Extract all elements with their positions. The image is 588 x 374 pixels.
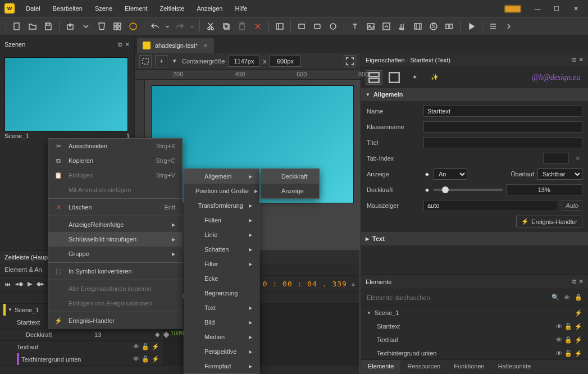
display-select[interactable]: An [434, 168, 467, 180]
bolt-icon[interactable]: ⚡ [575, 309, 582, 317]
panel-dup-icon[interactable]: ⧉ [118, 41, 122, 48]
context-menu-item[interactable]: AnzeigeReihenfolge▶ [48, 217, 182, 232]
context-menu-item[interactable]: Linie▶ [184, 227, 259, 242]
document-tab[interactable]: ahadesign-test* × [137, 38, 214, 53]
context-menu-item[interactable]: Deckkraft [261, 169, 319, 184]
tabindex-input[interactable] [543, 153, 569, 164]
menu-datei[interactable]: Datei [20, 3, 46, 14]
name-input[interactable] [423, 106, 582, 117]
context-menu-item[interactable]: Perspektive▶ [184, 344, 259, 359]
eye-icon[interactable]: 👁 [133, 343, 139, 350]
delete-icon[interactable] [250, 19, 265, 34]
prev-key-icon[interactable]: ◂◆ [15, 280, 23, 288]
arrow-down-icon[interactable] [79, 19, 93, 34]
element-row[interactable]: ▼Scene_1⚡ [361, 306, 588, 320]
lock-icon[interactable]: 🔒 [575, 294, 582, 301]
context-menu-item[interactable]: ⚡Ereignis-Handler [48, 313, 182, 328]
document-tab-close-icon[interactable]: × [202, 42, 208, 49]
context-menu-item[interactable]: Medien▶ [184, 330, 259, 344]
title-input[interactable] [423, 137, 582, 148]
elements-search-input[interactable] [367, 294, 547, 301]
window-minimize[interactable]: — [530, 3, 545, 14]
panel-dup-icon[interactable]: ⧉ [572, 278, 576, 285]
add-dropdown-icon[interactable]: ▾ [171, 55, 179, 67]
chevron-right-icon[interactable]: ▶ [366, 236, 369, 241]
clear-icon[interactable]: ✕ [572, 155, 582, 162]
cut-icon[interactable] [203, 19, 218, 34]
grid-icon[interactable] [110, 19, 125, 34]
shape-icon[interactable] [442, 19, 457, 34]
context-menu-item[interactable]: Füllen▶ [184, 213, 259, 227]
next-key-icon[interactable]: ◆▸ [37, 280, 44, 288]
chevron-down-icon[interactable]: ▼ [366, 92, 370, 97]
goto-start-icon[interactable]: ⏮ [4, 281, 11, 288]
more-icon[interactable] [502, 19, 516, 34]
open-folder-icon[interactable] [25, 19, 40, 34]
eye-icon[interactable]: 👁 [556, 350, 562, 357]
redo-dropdown-icon[interactable] [188, 19, 196, 34]
ellipse-icon[interactable] [326, 19, 340, 34]
play-icon[interactable] [464, 19, 478, 34]
container-height-input[interactable] [270, 56, 301, 67]
lock-icon[interactable]: 🔓 [564, 323, 572, 330]
context-menu-item[interactable]: Schatten▶ [184, 242, 259, 257]
prop-tab-fx-icon[interactable]: ✨ [426, 70, 443, 85]
undo-icon[interactable] [148, 19, 162, 34]
audio-icon[interactable] [395, 19, 409, 34]
panel-close-icon[interactable]: ✕ [578, 278, 584, 285]
menu-hilfe[interactable]: Hilfe [229, 3, 253, 14]
cursor-input[interactable] [423, 200, 558, 211]
image-icon[interactable] [363, 19, 378, 34]
eye-icon[interactable]: 👁 [556, 323, 562, 330]
redo-icon[interactable] [172, 19, 187, 34]
context-menu-item[interactable]: Anzeige [261, 184, 319, 198]
panel-close-icon[interactable]: ✕ [125, 41, 130, 48]
menu-zeitleiste[interactable]: Zeitleiste [154, 3, 190, 14]
context-menu-item[interactable]: ✕LöschenEntf [48, 200, 182, 215]
context-menu-item[interactable]: Begrenzung [184, 286, 259, 300]
search-icon[interactable]: 🔍 [551, 294, 559, 301]
window-maximize[interactable]: ☐ [549, 3, 564, 14]
timeline-row[interactable]: Textlauf👁🔓⚡ [0, 341, 359, 353]
svg-icon[interactable] [379, 19, 394, 34]
roundrect-icon[interactable] [310, 19, 325, 34]
scene-thumbnail[interactable] [4, 57, 128, 131]
new-file-icon[interactable] [10, 19, 24, 34]
timeline-row[interactable]: Deckkraft13◆100% [0, 329, 359, 341]
prop-tab-wand-icon[interactable]: ✦ [406, 70, 423, 85]
fit-icon[interactable] [344, 55, 356, 67]
context-menu-item[interactable]: Bild▶ [184, 315, 259, 330]
event-handler-button[interactable]: ⚡Ereignis-Handler [516, 216, 582, 227]
context-menu-item[interactable]: ✂AusschneidenStrg+X [48, 139, 182, 153]
menu-element[interactable]: Element [119, 3, 153, 14]
bolt-icon[interactable]: ⚡ [575, 323, 582, 330]
context-menu-item[interactable]: Text▶ [184, 300, 259, 315]
window-close[interactable]: ✕ [568, 3, 584, 14]
context-menu-item[interactable]: Ecke [184, 271, 259, 286]
elements-tab[interactable]: Haltepunkte [491, 360, 538, 374]
align-icon[interactable] [486, 19, 500, 34]
opacity-value[interactable] [506, 184, 583, 195]
rect-icon[interactable] [294, 19, 309, 34]
context-menu-item[interactable]: Schlüsselbild hinzufügen▶ [48, 232, 182, 247]
timeline-more-icon[interactable]: » [352, 281, 355, 288]
keyframe-diamond-icon[interactable]: ◆ [423, 171, 430, 177]
timeline-row[interactable]: Texthintergrund unten👁🔓⚡ [0, 353, 359, 366]
context-menu-item[interactable]: ⬚In Symbol konvertieren [48, 264, 182, 279]
context-menu-item[interactable]: ⧉KopierenStrg+C [48, 153, 182, 168]
prop-tab-frame-icon[interactable] [386, 70, 403, 85]
lock-icon[interactable]: 🔓 [142, 355, 149, 363]
menu-bearbeiten[interactable]: Bearbeiten [47, 3, 88, 14]
context-menu-item[interactable]: Transformierung▶ [184, 198, 259, 213]
opacity-slider[interactable] [434, 189, 503, 191]
context-menu-item[interactable]: Allgemein▶ [184, 169, 259, 184]
context-menu-item[interactable]: Position und Größe▶ [184, 184, 259, 198]
element-row[interactable]: Texthintergrund unten👁🔓⚡ [361, 346, 588, 360]
add-icon[interactable]: ＋ [155, 55, 167, 67]
menu-szene[interactable]: Szene [89, 3, 118, 14]
bolt-icon[interactable]: ⚡ [575, 350, 582, 357]
play-icon[interactable]: ▶ [28, 280, 32, 288]
lock-icon[interactable]: 🔓 [564, 350, 572, 357]
lock-icon[interactable]: 🔓 [142, 343, 149, 350]
elements-tab[interactable]: Ressourcen [400, 360, 447, 374]
